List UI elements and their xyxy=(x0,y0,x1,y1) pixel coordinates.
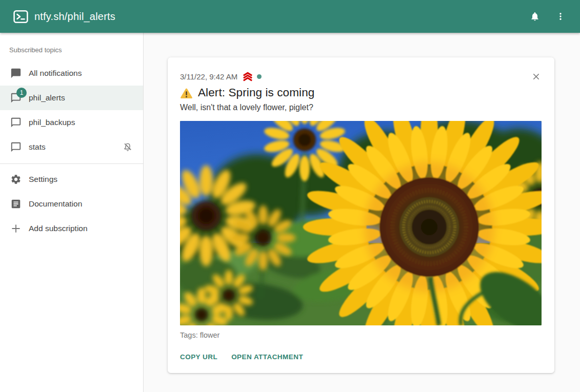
article-icon xyxy=(10,198,22,210)
sidebar-item-phil-alerts[interactable]: 1 phil_alerts xyxy=(0,86,143,110)
sidebar-item-stats[interactable]: stats xyxy=(0,135,143,159)
terminal-logo-icon xyxy=(13,10,28,24)
sidebar-item-documentation[interactable]: Documentation xyxy=(0,192,143,216)
open-attachment-button[interactable]: OPEN ATTACHMENT xyxy=(231,353,303,361)
app-bar: ntfy.sh/phil_alerts xyxy=(0,0,580,33)
notification-body: Well, isn't that a lovely flower, piglet… xyxy=(180,103,542,112)
chat-bubble-filled-icon xyxy=(10,68,22,79)
sidebar-item-label: Settings xyxy=(29,175,57,184)
overflow-menu-button[interactable] xyxy=(550,6,571,27)
sidebar-item-label: phil_backups xyxy=(29,118,75,127)
ntfy-app: ntfy.sh/phil_alerts Subscribed topics Al… xyxy=(0,0,580,392)
sidebar-item-add-subscription[interactable]: Add subscription xyxy=(0,216,143,241)
unread-dot-icon xyxy=(257,74,262,79)
sidebar: Subscribed topics All notifications 1 ph… xyxy=(0,33,144,392)
notifications-bell-button[interactable] xyxy=(525,6,545,27)
subscribed-topics-label: Subscribed topics xyxy=(9,46,135,54)
notification-title-row: Alert: Spring is coming xyxy=(180,86,542,99)
plus-icon xyxy=(10,223,22,234)
bell-icon xyxy=(530,11,540,22)
notification-card: 3/11/22, 9:42 AM xyxy=(168,57,554,373)
main-content: 3/11/22, 9:42 AM xyxy=(144,33,580,392)
page-title: ntfy.sh/phil_alerts xyxy=(34,11,115,23)
unread-count-badge: 1 xyxy=(16,88,27,98)
sidebar-item-phil-backups[interactable]: phil_backups xyxy=(0,110,143,135)
notifications-off-icon xyxy=(123,142,133,152)
sidebar-item-settings[interactable]: Settings xyxy=(0,167,143,192)
notification-tags: Tags: flower xyxy=(180,331,542,339)
close-icon xyxy=(531,72,541,81)
vertical-dots-icon xyxy=(556,12,565,21)
notification-meta-row: 3/11/22, 9:42 AM xyxy=(180,71,542,81)
priority-max-icon xyxy=(242,72,253,81)
sidebar-item-label: stats xyxy=(29,142,46,152)
copy-url-button[interactable]: COPY URL xyxy=(180,353,217,361)
notification-title: Alert: Spring is coming xyxy=(198,86,314,99)
warning-triangle-icon xyxy=(180,88,193,99)
close-notification-button[interactable] xyxy=(530,70,542,82)
chat-bubble-outline-icon xyxy=(10,141,22,153)
sidebar-item-label: Documentation xyxy=(29,199,82,209)
attachment-image[interactable] xyxy=(180,121,542,325)
sidebar-item-label: phil_alerts xyxy=(29,93,65,102)
notification-actions: COPY URL OPEN ATTACHMENT xyxy=(180,353,542,361)
notification-timestamp: 3/11/22, 9:42 AM xyxy=(180,72,237,81)
sidebar-divider xyxy=(0,163,143,164)
sidebar-item-all-notifications[interactable]: All notifications xyxy=(0,61,143,86)
chat-bubble-outline-icon xyxy=(10,117,22,128)
gear-icon xyxy=(10,174,22,185)
sidebar-item-label: Add subscription xyxy=(29,224,88,233)
sidebar-item-label: All notifications xyxy=(29,69,82,78)
chat-bubble-outline-icon: 1 xyxy=(10,92,22,104)
